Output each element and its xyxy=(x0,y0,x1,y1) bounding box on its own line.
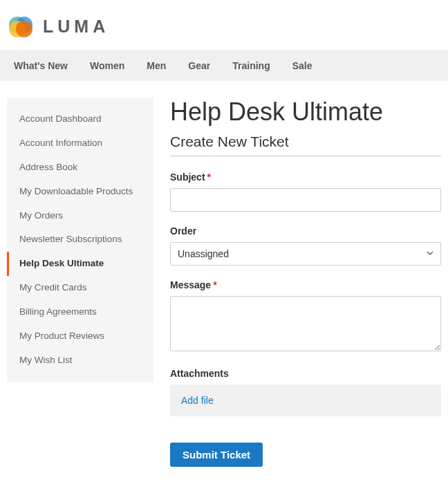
field-message: Message* xyxy=(170,279,441,354)
order-select[interactable]: Unassigned xyxy=(170,242,441,266)
sidebar-item-address-book[interactable]: Address Book xyxy=(7,156,153,180)
subject-label-text: Subject xyxy=(170,172,205,183)
subject-label: Subject* xyxy=(170,172,441,183)
sidebar-item-account-dashboard[interactable]: Account Dashboard xyxy=(7,107,153,131)
field-order: Order Unassigned xyxy=(170,225,441,266)
page-title: Help Desk Ultimate xyxy=(170,98,441,127)
sidebar-item-credit-cards[interactable]: My Credit Cards xyxy=(7,276,153,300)
nav-sale[interactable]: Sale xyxy=(281,50,324,81)
message-label-text: Message xyxy=(170,279,211,290)
main-content: Help Desk Ultimate Create New Ticket Sub… xyxy=(170,98,441,467)
nav-gear[interactable]: Gear xyxy=(177,50,221,81)
nav-whats-new[interactable]: What's New xyxy=(3,50,79,81)
sidebar-item-newsletter[interactable]: Newsletter Subscriptions xyxy=(7,228,153,252)
submit-ticket-button[interactable]: Submit Ticket xyxy=(170,443,263,467)
subject-input[interactable] xyxy=(170,188,441,212)
attachments-label: Attachments xyxy=(170,368,441,379)
sidebar-item-wish-list[interactable]: My Wish List xyxy=(7,349,153,373)
nav-women[interactable]: Women xyxy=(79,50,136,81)
sidebar-item-helpdesk[interactable]: Help Desk Ultimate xyxy=(7,252,153,276)
svg-point-3 xyxy=(16,21,32,37)
brand-name: LUMA xyxy=(43,17,109,37)
nav-training[interactable]: Training xyxy=(221,50,281,81)
sidebar-item-downloadable-products[interactable]: My Downloadable Products xyxy=(7,180,153,204)
luma-logo-icon xyxy=(7,12,35,40)
page-subtitle: Create New Ticket xyxy=(170,133,441,156)
attachments-box: Add file xyxy=(170,385,441,416)
message-label: Message* xyxy=(170,279,441,290)
sidebar-item-my-orders[interactable]: My Orders xyxy=(7,204,153,228)
required-star-icon: * xyxy=(207,172,211,183)
top-nav: What's New Women Men Gear Training Sale xyxy=(0,50,448,81)
sidebar-item-billing-agreements[interactable]: Billing Agreements xyxy=(7,300,153,324)
field-subject: Subject* xyxy=(170,172,441,212)
order-label: Order xyxy=(170,225,441,237)
nav-men[interactable]: Men xyxy=(136,50,177,81)
header: LUMA xyxy=(0,0,448,50)
required-star-icon: * xyxy=(213,279,216,290)
sidebar-item-product-reviews[interactable]: My Product Reviews xyxy=(7,324,153,349)
message-textarea[interactable] xyxy=(170,296,441,351)
account-sidebar: Account Dashboard Account Information Ad… xyxy=(7,98,153,382)
sidebar-item-account-information[interactable]: Account Information xyxy=(7,131,153,156)
field-attachments: Attachments Add file xyxy=(170,368,441,416)
add-file-button[interactable]: Add file xyxy=(181,395,214,406)
